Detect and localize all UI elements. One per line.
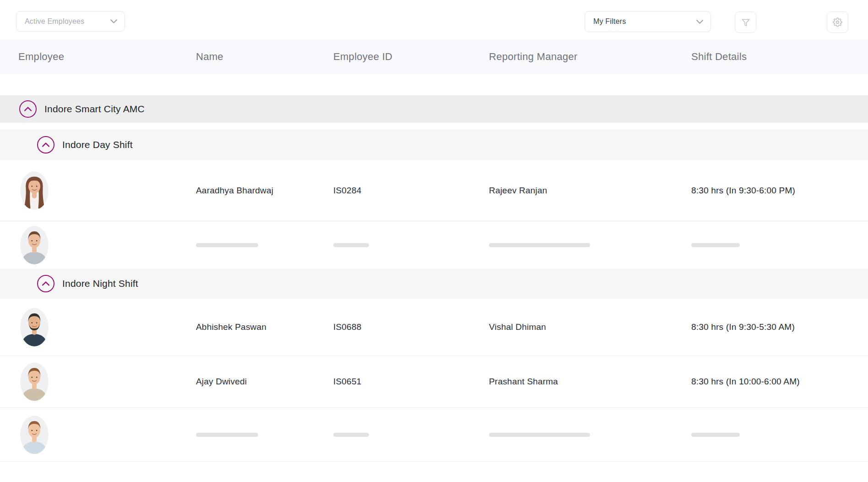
table-row-loading (0, 408, 868, 462)
employee-avatar (20, 362, 49, 401)
group-row-day-shift[interactable]: Indore Day Shift (0, 130, 868, 160)
shift-details: 8:30 hrs (In 10:00-6:00 AM) (691, 377, 800, 387)
chevron-up-icon (42, 142, 49, 147)
employee-id: IS0651 (333, 377, 361, 387)
my-filters-select-value: My Filters (593, 17, 626, 26)
table-header: Employee Name Employee ID Reporting Mana… (0, 39, 868, 74)
employee-avatar (20, 416, 49, 454)
employee-shift-page: Active Employees My Filters (0, 0, 868, 482)
column-header-employee: Employee (18, 51, 64, 63)
table-row[interactable]: Aaradhya Bhardwaj IS0284 Rajeev Ranjan 8… (0, 160, 868, 221)
skeleton-bar (489, 243, 590, 247)
skeleton-bar (333, 243, 369, 247)
gear-icon (833, 17, 842, 27)
my-filters-select[interactable]: My Filters (585, 11, 711, 32)
column-header-reporting-manager: Reporting Manager (489, 51, 577, 63)
skeleton-bar (489, 433, 590, 437)
chevron-down-icon (696, 20, 703, 24)
employee-name: Ajay Dwivedi (196, 377, 247, 387)
collapse-day-shift-button[interactable] (37, 136, 54, 153)
toolbar: Active Employees My Filters (0, 0, 868, 39)
spacer (0, 123, 868, 130)
chevron-up-icon (24, 107, 32, 111)
shift-details: 8:30 hrs (In 9:30-5:30 AM) (691, 322, 795, 332)
employee-avatar (20, 308, 49, 346)
skeleton-bar (196, 433, 258, 437)
employee-avatar (20, 226, 49, 264)
group-row-night-shift[interactable]: Indore Night Shift (0, 268, 868, 299)
spacer (0, 74, 868, 95)
reporting-manager: Vishal Dhiman (489, 322, 546, 332)
shift-group-label: Indore Night Shift (62, 278, 138, 289)
employee-id: IS0284 (333, 186, 361, 196)
table-row[interactable]: Ajay Dwivedi IS0651 Prashant Sharma 8:30… (0, 356, 868, 408)
collapse-company-button[interactable] (19, 100, 37, 118)
column-header-shift-details: Shift Details (691, 51, 747, 63)
employee-id: IS0688 (333, 322, 361, 332)
column-header-name: Name (196, 51, 223, 63)
chevron-down-icon (110, 19, 117, 23)
employee-name: Aaradhya Bhardwaj (196, 186, 273, 196)
table-row[interactable]: Abhishek Paswan IS0688 Vishal Dhiman 8:3… (0, 299, 868, 356)
group-row-company[interactable]: Indore Smart City AMC (0, 95, 868, 123)
company-group-label: Indore Smart City AMC (44, 104, 145, 115)
shift-details: 8:30 hrs (In 9:30-6:00 PM) (691, 186, 795, 196)
employee-avatar (20, 171, 49, 210)
column-header-employee-id: Employee ID (333, 51, 392, 63)
chevron-up-icon (42, 281, 49, 286)
skeleton-bar (691, 243, 740, 247)
employee-type-select-value: Active Employees (25, 17, 84, 26)
filter-button[interactable] (735, 11, 756, 33)
funnel-icon (741, 18, 750, 27)
reporting-manager: Prashant Sharma (489, 377, 558, 387)
skeleton-bar (691, 433, 740, 437)
reporting-manager: Rajeev Ranjan (489, 186, 547, 196)
table-row-loading (0, 221, 868, 268)
employee-type-select[interactable]: Active Employees (16, 11, 125, 32)
skeleton-bar (196, 243, 258, 247)
employee-name: Abhishek Paswan (196, 322, 266, 332)
collapse-night-shift-button[interactable] (37, 275, 54, 292)
shift-group-label: Indore Day Shift (62, 139, 133, 150)
skeleton-bar (333, 433, 369, 437)
settings-button[interactable] (827, 11, 848, 33)
